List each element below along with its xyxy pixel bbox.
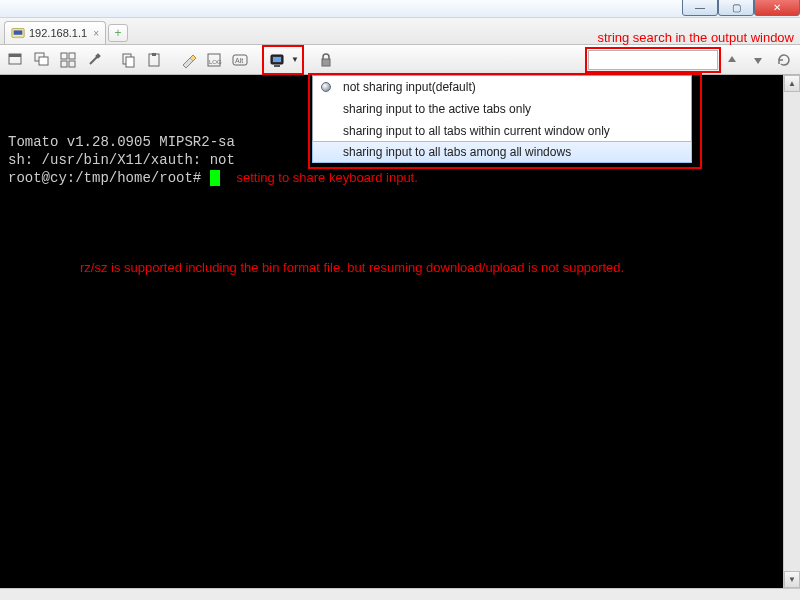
share-option-current-window[interactable]: sharing input to all tabs within current… <box>313 120 691 142</box>
svg-rect-15 <box>152 53 156 56</box>
svg-text:LOG: LOG <box>209 59 222 65</box>
search-input[interactable] <box>588 50 718 70</box>
svg-rect-2 <box>15 37 22 39</box>
svg-text:Alt: Alt <box>235 57 243 64</box>
toolbar: LOG Alt ▼ <box>0 45 800 75</box>
window-titlebar: — ▢ ✕ <box>0 0 800 18</box>
share-option-active-tabs[interactable]: sharing input to the active tabs only <box>313 98 691 120</box>
search-prev-button[interactable] <box>720 48 744 72</box>
share-input-dropdown-caret[interactable]: ▼ <box>289 48 301 72</box>
window-close-button[interactable]: ✕ <box>754 0 800 16</box>
new-tab-button[interactable]: + <box>108 24 128 42</box>
status-bar <box>0 588 800 600</box>
cascade-windows-button[interactable] <box>30 48 54 72</box>
clear-button[interactable] <box>176 48 200 72</box>
tab-session-1[interactable]: 192.168.1.1 × <box>4 21 106 44</box>
terminal-cursor <box>210 170 220 186</box>
svg-rect-9 <box>61 61 67 67</box>
tab-bar: 192.168.1.1 × + string search in the out… <box>0 18 800 45</box>
annotation-search: string search in the output window <box>597 30 794 45</box>
window-maximize-button[interactable]: ▢ <box>718 0 754 16</box>
svg-rect-23 <box>322 59 330 66</box>
settings-button[interactable] <box>82 48 106 72</box>
annotation-rzsz: rz/sz is supported including the bin for… <box>80 259 792 277</box>
menu-item-label: not sharing input(default) <box>343 80 476 94</box>
share-option-all-windows[interactable]: sharing input to all tabs among all wind… <box>312 141 692 163</box>
annotation-share: setting to share keyboard input. <box>236 170 417 185</box>
alt-button[interactable]: Alt <box>228 48 252 72</box>
menu-item-label: sharing input to all tabs among all wind… <box>343 145 571 159</box>
search-next-button[interactable] <box>746 48 770 72</box>
menu-item-label: sharing input to all tabs within current… <box>343 124 610 138</box>
log-button[interactable]: LOG <box>202 48 226 72</box>
svg-rect-22 <box>274 65 280 67</box>
tab-close-button[interactable]: × <box>93 28 99 39</box>
putty-icon <box>11 26 25 40</box>
scroll-down-button[interactable]: ▼ <box>784 571 800 588</box>
terminal-line: Tomato v1.28.0905 MIPSR2-sa <box>8 134 235 150</box>
svg-rect-21 <box>273 57 281 62</box>
share-input-dropdown: not sharing input(default) sharing input… <box>312 75 692 163</box>
share-option-none[interactable]: not sharing input(default) <box>313 76 691 98</box>
scroll-track[interactable] <box>784 92 800 571</box>
lock-button[interactable] <box>314 48 338 72</box>
terminal-prompt-line: root@cy:/tmp/home/root# setting to share… <box>8 170 418 186</box>
scroll-up-button[interactable]: ▲ <box>784 75 800 92</box>
menu-item-label: sharing input to the active tabs only <box>343 102 531 116</box>
share-input-button[interactable] <box>265 48 289 72</box>
window-minimize-button[interactable]: — <box>682 0 718 16</box>
copy-button[interactable] <box>116 48 140 72</box>
svg-rect-7 <box>61 53 67 59</box>
svg-rect-13 <box>126 57 134 67</box>
share-input-button-highlight: ▼ <box>262 45 304 75</box>
svg-rect-8 <box>69 53 75 59</box>
terminal-scrollbar[interactable]: ▲ ▼ <box>783 75 800 588</box>
svg-rect-6 <box>39 57 48 65</box>
refresh-button[interactable] <box>772 48 796 72</box>
tile-windows-button[interactable] <box>56 48 80 72</box>
tab-title: 192.168.1.1 <box>29 27 87 39</box>
new-window-button[interactable] <box>4 48 28 72</box>
terminal-line: sh: /usr/bin/X11/xauth: not <box>8 152 235 168</box>
svg-rect-4 <box>9 54 21 57</box>
radio-selected-icon <box>321 82 331 92</box>
svg-rect-10 <box>69 61 75 67</box>
svg-rect-1 <box>14 30 23 34</box>
paste-button[interactable] <box>142 48 166 72</box>
